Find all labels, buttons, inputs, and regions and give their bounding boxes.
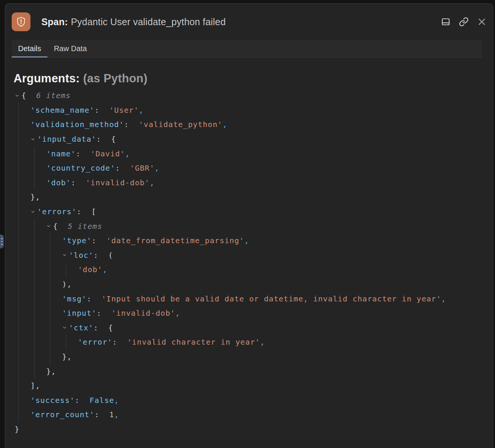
code-line: }, bbox=[30, 190, 493, 204]
code-line: 'ctx': { bbox=[62, 321, 493, 335]
token-str: 'Input should be a valid date or datetim… bbox=[102, 294, 441, 303]
token-meta: 6 items bbox=[36, 91, 71, 100]
code-line: 'msg': 'Input should be a valid date or … bbox=[62, 291, 493, 306]
token-str: 'invalid-dob' bbox=[86, 178, 150, 187]
token-brace: ( bbox=[108, 251, 113, 260]
span-label: Span: bbox=[41, 17, 68, 27]
code-line: 'type': 'date_from_datetime_parsing', bbox=[62, 233, 493, 248]
token-colon: : bbox=[93, 323, 108, 332]
tree-children: 'error': 'invalid character in year', bbox=[66, 335, 493, 350]
chevron-down-icon[interactable] bbox=[46, 224, 53, 229]
chevron-down-icon[interactable] bbox=[30, 137, 37, 142]
code-line: } bbox=[15, 422, 493, 437]
token-colon: : bbox=[92, 236, 106, 245]
header-actions bbox=[441, 17, 487, 27]
panel-resize-handle[interactable] bbox=[0, 235, 4, 248]
token-comma: , bbox=[260, 338, 265, 347]
code-line: }, bbox=[62, 350, 493, 364]
token-colon: : bbox=[71, 178, 85, 187]
token-comma: , bbox=[139, 106, 144, 115]
code-line: }, bbox=[46, 364, 493, 378]
chevron-down-icon[interactable] bbox=[62, 253, 69, 257]
details-content: Arguments:(as Python) { 6 items'schema_n… bbox=[5, 72, 493, 436]
tree-children: 'dob', bbox=[66, 262, 493, 277]
token-key: 'schema_name' bbox=[30, 106, 94, 115]
token-brace: }, bbox=[46, 367, 56, 376]
token-key: 'validation_method' bbox=[30, 120, 124, 129]
token-str: 'invalid-dob' bbox=[111, 309, 175, 318]
tree-children: { 5 items'type': 'date_from_datetime_par… bbox=[34, 219, 493, 378]
tab-details[interactable]: Details bbox=[12, 40, 47, 57]
token-str: 'invalid character in year' bbox=[127, 338, 260, 347]
token-key: 'input_data' bbox=[37, 135, 96, 144]
chevron-down-icon[interactable] bbox=[15, 93, 21, 98]
code-line: 'schema_name': 'User', bbox=[30, 103, 493, 118]
token-colon: : bbox=[75, 396, 90, 405]
token-key: 'name' bbox=[46, 149, 76, 158]
token-str: 'GBR' bbox=[130, 163, 155, 173]
token-brace: [ bbox=[91, 207, 96, 216]
code-line: ), bbox=[62, 277, 493, 292]
token-str: 'dob' bbox=[78, 265, 102, 274]
arguments-heading-main: Arguments: bbox=[14, 72, 80, 85]
token-key: 'loc' bbox=[69, 251, 93, 260]
token-colon: : bbox=[124, 120, 139, 129]
code-line: 'error': 'invalid character in year', bbox=[78, 335, 493, 350]
tab-details-label: Details bbox=[18, 44, 41, 53]
shield-alert-icon bbox=[12, 12, 30, 31]
chevron-down-icon[interactable] bbox=[30, 209, 37, 214]
token-colon: : bbox=[87, 294, 101, 303]
token-key: 'input' bbox=[62, 309, 97, 318]
token-colon: : bbox=[94, 106, 109, 115]
token-brace: { bbox=[21, 91, 36, 100]
token-brace: }, bbox=[30, 192, 40, 201]
code-line: { 5 items bbox=[46, 219, 493, 233]
tree-children: 'name': 'David','country_code': 'GBR','d… bbox=[34, 146, 493, 190]
code-line: 'input_data': { bbox=[30, 132, 493, 147]
token-brace: ], bbox=[30, 381, 40, 390]
code-line: 'success': False, bbox=[30, 393, 493, 407]
token-comma: , bbox=[114, 396, 119, 405]
token-key: 'error' bbox=[78, 338, 112, 347]
token-colon: : bbox=[77, 207, 91, 216]
token-key: 'msg' bbox=[62, 294, 87, 303]
token-bool: False bbox=[90, 396, 114, 405]
token-colon: : bbox=[112, 338, 127, 347]
tree-children: 'schema_name': 'User','validation_method… bbox=[18, 103, 493, 422]
token-comma: , bbox=[114, 410, 119, 419]
tab-raw-data[interactable]: Raw Data bbox=[47, 40, 93, 57]
token-str: 'David' bbox=[91, 149, 125, 158]
token-comma: , bbox=[102, 265, 107, 274]
token-comma: , bbox=[155, 163, 159, 173]
token-meta: 5 items bbox=[68, 222, 102, 231]
tree-children: 'type': 'date_from_datetime_parsing','lo… bbox=[50, 233, 493, 364]
dock-panel-button[interactable] bbox=[441, 17, 451, 27]
chevron-down-icon[interactable] bbox=[62, 325, 69, 330]
code-line: 'loc': ( bbox=[62, 248, 493, 263]
token-colon: : bbox=[94, 410, 109, 419]
copy-link-button[interactable] bbox=[459, 17, 469, 27]
token-colon: : bbox=[93, 251, 108, 260]
token-key: 'errors' bbox=[37, 207, 77, 216]
code-line: 'input': 'invalid-dob', bbox=[62, 306, 493, 321]
link-icon bbox=[459, 17, 469, 27]
panel-header: Span:Pydantic User validate_python faile… bbox=[5, 4, 493, 40]
token-colon: : bbox=[97, 309, 111, 318]
token-comma: , bbox=[175, 309, 180, 318]
token-key: 'ctx' bbox=[69, 323, 93, 332]
close-button[interactable] bbox=[477, 17, 487, 27]
panel-bottom-icon bbox=[441, 17, 451, 27]
arguments-python-tree: { 6 items'schema_name': 'User','validati… bbox=[15, 88, 493, 436]
token-brace: }, bbox=[62, 352, 72, 361]
token-colon: : bbox=[96, 135, 111, 144]
token-colon: : bbox=[76, 149, 91, 158]
code-line: 'dob': 'invalid-dob', bbox=[46, 176, 493, 190]
token-comma: , bbox=[150, 178, 155, 187]
token-key: 'country_code' bbox=[46, 163, 115, 173]
token-brace: { bbox=[108, 323, 113, 332]
close-icon bbox=[477, 17, 487, 27]
token-str: 'User' bbox=[109, 106, 139, 115]
token-comma: , bbox=[223, 120, 228, 129]
code-line: 'dob', bbox=[78, 262, 493, 277]
span-detail-panel: Span:Pydantic User validate_python faile… bbox=[5, 3, 493, 448]
